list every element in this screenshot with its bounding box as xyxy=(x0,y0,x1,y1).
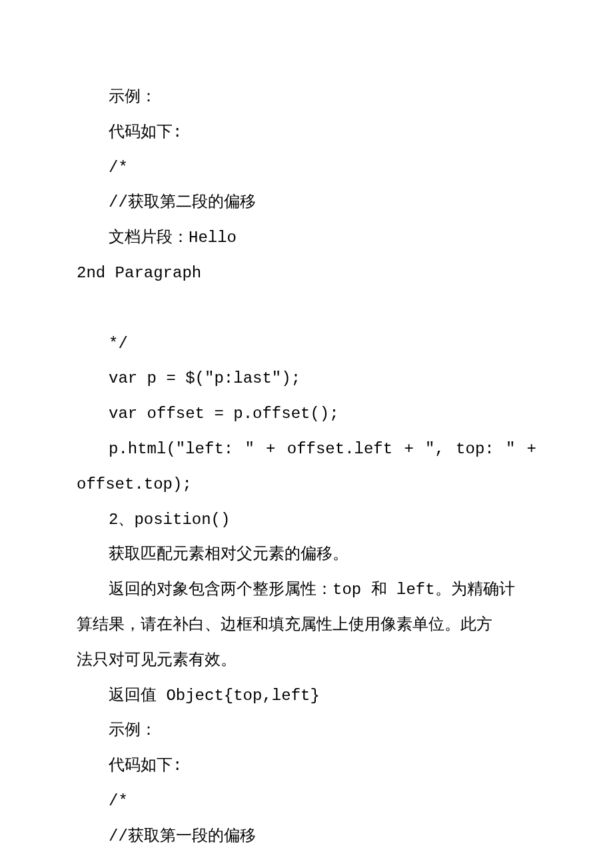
document-line: 2nd Paragraph xyxy=(77,256,536,291)
document-line: /* xyxy=(77,151,536,186)
document-line: var offset = p.offset(); xyxy=(77,397,536,432)
document-line: 法只对可见元素有效。 xyxy=(77,643,536,679)
document-line: 返回的对象包含两个整形属性：top 和 left。为精确计 xyxy=(77,573,536,608)
document-line: var p = $("p:last"); xyxy=(77,361,536,397)
document-line: //获取第二段的偏移 xyxy=(77,185,536,221)
document-line: offset.top); xyxy=(77,467,536,503)
document-line: 示例： xyxy=(77,80,536,115)
document-line: 获取匹配元素相对父元素的偏移。 xyxy=(77,537,536,573)
document-line: 返回值 Object{top,left} xyxy=(77,679,536,714)
document-line: 示例： xyxy=(77,713,536,749)
document-line: 代码如下: xyxy=(77,749,536,784)
document-line: p.html("left: " + offset.left + ", top: … xyxy=(77,432,536,467)
document-line: /* xyxy=(77,784,536,819)
document-line xyxy=(77,291,536,327)
document-line: 文档片段：Hello xyxy=(77,221,536,256)
document-line: //获取第一段的偏移 xyxy=(77,819,536,855)
document-line: 代码如下: xyxy=(77,115,536,151)
document-body: 示例：代码如下:/*//获取第二段的偏移文档片段：Hello2nd Paragr… xyxy=(77,80,536,855)
document-line: 2、position() xyxy=(77,503,536,538)
document-line: 算结果，请在补白、边框和填充属性上使用像素单位。此方 xyxy=(77,608,536,643)
document-line: */ xyxy=(77,327,536,362)
